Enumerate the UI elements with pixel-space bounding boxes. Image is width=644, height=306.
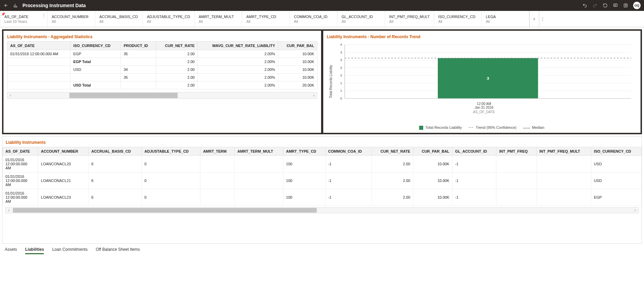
column-header[interactable]: ACCOUNT_NUMBER (38, 147, 88, 156)
column-header[interactable]: COMMON_COA_ID (325, 147, 371, 156)
column-header[interactable]: CUR_PAR_BAL (278, 42, 317, 50)
refresh-icon[interactable] (602, 3, 608, 8)
tab-assets[interactable]: Assets (5, 247, 17, 254)
chart-x-axis-label: AS_OF_DATE (335, 110, 634, 114)
legend-item-series[interactable]: Total Records Liability (419, 125, 462, 130)
cell: 10.00K (278, 58, 317, 66)
back-icon[interactable] (3, 3, 9, 8)
tab-loan-commitments[interactable]: Loan Commitments (52, 247, 87, 254)
column-header[interactable]: AMRT_TERM_MULT (234, 147, 283, 156)
filter-pill-common_coa_id[interactable]: COMMON_COA_IDAll (290, 11, 337, 27)
chart-x-tick-time: 12:00 AM (335, 102, 634, 106)
cell: 10.00K (413, 156, 452, 172)
cell: 0 (142, 172, 200, 189)
filter-pill-gl_account_id[interactable]: GL_ACCOUNT_IDAll (337, 11, 385, 27)
column-header[interactable]: ISO_CURRENCY_CD (591, 147, 641, 156)
cell: -1 (452, 189, 496, 206)
filter-value: All (246, 19, 285, 24)
tab-off-balance-sheet-items[interactable]: Off Balance Sheet Items (96, 247, 140, 254)
cell (496, 172, 536, 189)
column-header[interactable]: AMRT_TERM (200, 147, 234, 156)
cell: 0 (142, 189, 200, 206)
filter-value: All (486, 19, 525, 24)
table-row[interactable]: USD342.002.00%10.00K (7, 66, 317, 74)
column-header[interactable]: PRODUCT_ID (121, 42, 156, 50)
cell: USD (70, 66, 121, 74)
svg-text:4: 4 (340, 43, 342, 46)
cell: 2.00 (371, 172, 413, 189)
filter-name: ACCRUAL_BASIS_CD (99, 15, 138, 19)
cell: EGP (591, 189, 641, 206)
filter-value: All (294, 19, 333, 24)
filter-pill-adjustable_type_cd[interactable]: ADJUSTABLE_TYPE_CDAll (143, 11, 195, 27)
undo-icon[interactable] (582, 3, 588, 8)
column-header[interactable]: AS_OF_DATE (7, 42, 70, 50)
filter-pill-accrual_basis_cd[interactable]: ACCRUAL_BASIS_CDAll (95, 11, 143, 27)
filter-value: All (342, 19, 381, 24)
chart-plot[interactable]: 011223343 12:00 AM Jan 31 2016 AS_OF_DAT… (335, 43, 634, 122)
detail-table-hscroll[interactable]: ‹ › (5, 207, 639, 213)
cell: 2.00 (156, 50, 198, 58)
cell: 35 (121, 74, 156, 81)
column-header[interactable]: ACCRUAL_BASIS_CD (88, 147, 142, 156)
table-row[interactable]: 01/31/201612:00:00.000AMLOANCONACL206010… (3, 156, 642, 172)
svg-text:0: 0 (340, 97, 342, 100)
table-row[interactable]: 01/31/2016 12:00:00.000 AMEGP352.002.00%… (7, 50, 317, 58)
panel-aggregated-stats: Liability Instruments - Aggregated Stati… (3, 31, 321, 133)
redo-icon[interactable] (592, 3, 598, 8)
cell (121, 81, 156, 89)
filter-pill-lega[interactable]: LEGAAll (482, 11, 529, 27)
column-header[interactable]: ADJUSTABLE_TYPE_CD (142, 147, 200, 156)
filter-pill-iso_currency_cd[interactable]: ISO_CURRENCY_CDAll (434, 11, 482, 27)
filters-overflow-menu[interactable]: ⋮ (539, 11, 546, 27)
cell: 100 (283, 172, 325, 189)
filter-pill-int_pmt_freq_mult[interactable]: INT_PMT_FREQ_MULTAll (385, 11, 434, 27)
cell: 2.00 (156, 58, 198, 66)
column-header[interactable]: WAVG_CUR_NET_RATE_LIABILITY (198, 42, 278, 50)
table-row[interactable]: 352.002.00%10.00K (7, 74, 317, 81)
cell (234, 156, 283, 172)
legend-item-trend[interactable]: ···Trend (95% Confidence) (468, 125, 516, 129)
column-header[interactable]: AMRT_TYPE_CD (283, 147, 325, 156)
filter-value: All (199, 19, 238, 24)
filter-pill-as_of_date[interactable]: 📌AS_OF_DATELast 10 Years⋮ (0, 11, 48, 27)
tab-liabilities[interactable]: Liabilities (25, 247, 44, 254)
cell: EGP Total (70, 58, 121, 66)
svg-text:3: 3 (340, 51, 342, 54)
column-header[interactable]: ISO_CURRENCY_CD (70, 42, 121, 50)
filter-menu-icon[interactable]: ⋮ (42, 13, 46, 18)
filter-pill-amrt_type_cd[interactable]: AMRT_TYPE_CDAll (242, 11, 290, 27)
column-header[interactable]: INT_PMT_FREQ (496, 147, 536, 156)
filters-scroll-right[interactable] (529, 11, 539, 27)
legend-item-median[interactable]: Median (523, 125, 544, 129)
workspace-tabs: AssetsLiabilitiesLoan CommitmentsOff Bal… (0, 244, 644, 257)
cell: 10.00K (278, 74, 317, 81)
column-header[interactable]: CUR_NET_RATE (156, 42, 198, 50)
filter-value: All (99, 19, 138, 24)
table-row[interactable]: 01/31/201612:00:00.000AMLOANCONACL216010… (3, 172, 642, 189)
column-header[interactable]: CUR_PAR_BAL (413, 147, 452, 156)
cell: -1 (452, 172, 496, 189)
cell (536, 156, 591, 172)
export-icon[interactable] (623, 3, 628, 8)
filter-pill-amrt_term_mult[interactable]: AMRT_TERM_MULTAll (195, 11, 242, 27)
table-row[interactable]: USD Total2.002.00%20.00K (7, 81, 317, 89)
chart-x-tick-date: Jan 31 2016 (335, 106, 634, 109)
column-header[interactable]: GL_ACCOUNT_ID (452, 147, 496, 156)
table-row[interactable]: EGP Total2.002.00%10.00K (7, 58, 317, 66)
avatar[interactable]: OQ (633, 2, 641, 9)
cell: 2.00 (156, 66, 198, 74)
chart-config-icon[interactable] (13, 3, 18, 8)
aggregated-table-hscroll[interactable]: ‹ › (7, 92, 317, 99)
table-row[interactable]: 01/31/201612:00:00.000AMLOANCONACL236010… (3, 189, 642, 206)
comments-icon[interactable] (613, 3, 618, 8)
filter-value: All (52, 19, 91, 24)
cell: LOANCONACL20 (38, 156, 88, 172)
cell: 100 (283, 189, 325, 206)
svg-text:3: 3 (486, 76, 489, 81)
column-header[interactable]: AS_OF_DATE (3, 147, 38, 156)
cell: 6 (88, 156, 142, 172)
column-header[interactable]: CUR_NET_RATE (371, 147, 413, 156)
filter-pill-account_number[interactable]: ACCOUNT_NUMBERAll (48, 11, 95, 27)
column-header[interactable]: INT_PMT_FREQ_MULT (536, 147, 591, 156)
